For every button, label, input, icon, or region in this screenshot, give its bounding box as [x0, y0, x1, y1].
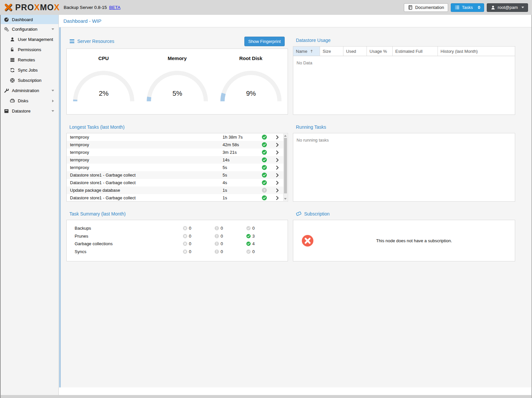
task-status-icon: [257, 150, 271, 155]
error-count: 0: [189, 234, 191, 239]
ok-circle-icon: [246, 226, 251, 230]
chevron-right-icon[interactable]: [271, 165, 283, 170]
error-count: 0: [189, 241, 191, 246]
column-header-usage-pct[interactable]: Usage %: [367, 47, 393, 56]
column-label: Usage %: [370, 49, 387, 54]
error-circle-icon: [183, 234, 187, 238]
user-menu-button[interactable]: root@pam: [487, 3, 528, 12]
chevron-right-icon[interactable]: [271, 188, 283, 193]
beta-link[interactable]: BETA: [109, 5, 120, 10]
chevron-right-icon[interactable]: [271, 135, 283, 140]
chevron-right-icon[interactable]: [271, 158, 283, 162]
vertical-scrollbar[interactable]: [283, 134, 287, 201]
column-header-name[interactable]: Name: [293, 47, 320, 56]
chevron-right-icon[interactable]: [271, 181, 283, 185]
error-stat: 0: [183, 249, 215, 254]
chevron-right-icon[interactable]: [271, 143, 283, 147]
task-duration: 1s: [223, 188, 257, 193]
window-left-border: [0, 15, 1, 398]
chevron-right-icon[interactable]: [271, 173, 283, 178]
ok-circle-icon: [246, 249, 251, 254]
task-row[interactable]: termproxy 42m 58s: [67, 141, 283, 149]
chevron-right-icon[interactable]: [271, 196, 283, 200]
sidebar-item-subscription[interactable]: Subscription: [1, 75, 58, 85]
page-title-bar: Dashboard - WIP: [59, 15, 531, 27]
task-row[interactable]: Datastore store1 - Garbage collect 1s: [67, 194, 283, 202]
sidebar-item-administration[interactable]: Administration: [1, 85, 58, 96]
sidebar-item-dashboard[interactable]: Dashboard: [1, 15, 58, 24]
task-summary-body: Backups 0 0 0 Prunes 0 0 3 Garbage c: [66, 220, 288, 261]
sidebar-item-disks[interactable]: Disks: [1, 96, 58, 106]
chevron-right-icon[interactable]: [52, 100, 54, 102]
documentation-button[interactable]: Documentation: [404, 3, 448, 12]
task-duration: 1h 38m 7s: [223, 135, 257, 140]
task-row[interactable]: termproxy 3m 21s: [67, 149, 283, 156]
sidebar-item-label: Dashboard: [12, 17, 33, 22]
logo-part: PRO: [15, 3, 34, 12]
column-header-size[interactable]: Size: [320, 47, 343, 56]
ticket-icon: [296, 211, 301, 216]
task-name: termproxy: [70, 157, 223, 162]
memory-gauge-arc: 5%: [145, 69, 210, 104]
scrollbar-up-icon[interactable]: [284, 135, 287, 137]
sidebar-item-label: Sync Jobs: [18, 68, 38, 73]
sidebar-item-label: Datastore: [12, 109, 30, 114]
ok-stat: 4: [246, 241, 278, 246]
tasks-button[interactable]: Tasks 0: [451, 3, 484, 12]
server-resources-panel: Server Resources Show Fingerprint CPU 2%: [66, 34, 288, 115]
chevron-down-icon[interactable]: [52, 90, 54, 91]
ok-circle-icon: [246, 234, 251, 238]
task-summary-label: Garbage collections: [75, 241, 183, 246]
proxmox-backup-server-window: PROXMOX Backup Server 0.8-15 BETA Docume…: [0, 0, 532, 398]
chevron-down-icon[interactable]: [52, 28, 54, 30]
gauge-value: 2%: [99, 89, 109, 97]
panel-title: Task Summary (last Month): [69, 211, 125, 216]
sidebar-item-datastore[interactable]: Datastore: [1, 106, 58, 116]
chevron-right-icon[interactable]: [271, 150, 283, 155]
sidebar-item-permissions[interactable]: Permissions: [1, 45, 58, 55]
chevron-down-icon[interactable]: [52, 110, 54, 112]
sidebar-item-configuration[interactable]: Configuration: [1, 24, 58, 34]
task-status-icon: [257, 157, 271, 162]
ok-stat: 0: [246, 226, 278, 231]
column-label: History (last Month): [441, 49, 478, 54]
navigation-sidebar: Dashboard Configuration User Management …: [1, 15, 59, 395]
root-disk-gauge: Root Disk 9%: [217, 51, 285, 104]
column-header-history[interactable]: History (last Month): [438, 47, 515, 56]
warning-circle-icon: [215, 234, 219, 238]
user-icon: [10, 37, 15, 42]
task-row[interactable]: termproxy 1h 38m 7s: [67, 133, 283, 141]
subscription-panel: Subscription This node does not have a s…: [293, 208, 515, 261]
check-circle-icon: [262, 142, 267, 147]
column-header-used[interactable]: Used: [343, 47, 367, 56]
check-circle-icon: [262, 195, 267, 200]
gauge-title: CPU: [98, 55, 109, 61]
task-row[interactable]: Datastore store1 - Garbage collect 4s: [67, 179, 283, 186]
task-row[interactable]: termproxy 5s: [67, 164, 283, 171]
task-summary-label: Syncs: [75, 249, 183, 254]
cpu-gauge-arc: 2%: [71, 69, 136, 104]
sidebar-item-label: User Management: [18, 37, 53, 42]
task-summary-row: Prunes 0 0 3: [67, 232, 288, 240]
ok-count: 3: [252, 234, 255, 239]
task-row[interactable]: termproxy 14s: [67, 156, 283, 164]
chevron-down-icon: [521, 7, 524, 8]
scrollbar-thumb[interactable]: [284, 138, 287, 193]
life-ring-icon: [10, 78, 15, 83]
task-row[interactable]: Datastore store1 - Garbage collect 5s: [67, 171, 283, 179]
show-fingerprint-button[interactable]: Show Fingerprint: [244, 37, 285, 46]
task-summary-row: Syncs 0 0 0: [67, 248, 288, 256]
column-header-estimated-full[interactable]: Estimated Full: [393, 47, 438, 56]
gauge-title: Memory: [168, 55, 187, 61]
sidebar-item-sync-jobs[interactable]: Sync Jobs: [1, 65, 58, 75]
proxmox-logo: PROXMOX: [4, 3, 60, 12]
proxmox-wordmark: PROXMOX: [15, 3, 60, 12]
sidebar-item-user-management[interactable]: User Management: [1, 34, 58, 45]
scrollbar-down-icon[interactable]: [284, 198, 287, 200]
sidebar-item-label: Permissions: [18, 47, 41, 52]
task-status-icon: [257, 180, 271, 185]
task-status-icon: [257, 195, 271, 200]
task-row[interactable]: Update package database 1s: [67, 186, 283, 194]
sidebar-item-remotes[interactable]: Remotes: [1, 55, 58, 65]
task-duration: 4s: [223, 180, 257, 185]
